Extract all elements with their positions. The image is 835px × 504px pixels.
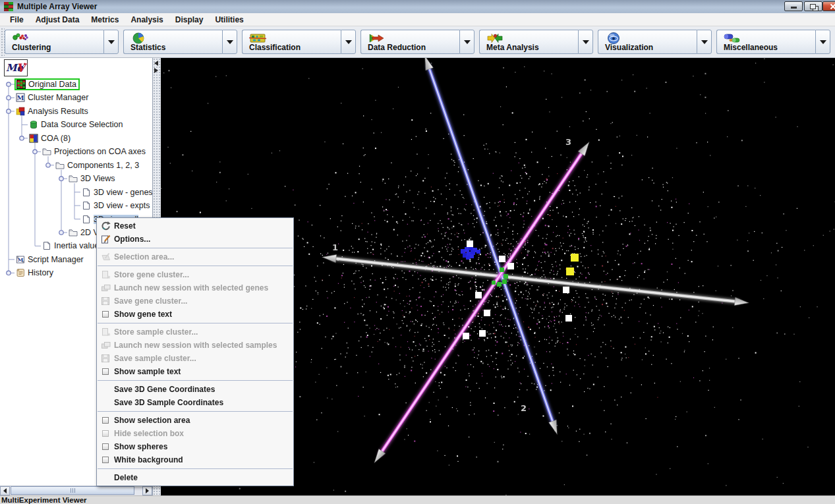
tree-expand-handle[interactable]: [7, 271, 11, 275]
menu-file[interactable]: File: [4, 14, 30, 26]
menu-item-save-sample-cluster: Save sample cluster...: [97, 352, 293, 365]
app-icon: [4, 2, 13, 11]
menu-display[interactable]: Display: [169, 14, 210, 26]
chevron-down-icon: [345, 40, 352, 44]
checkbox-icon[interactable]: [102, 417, 109, 424]
menu-item-show-selection-area[interactable]: Show selection area: [97, 414, 293, 427]
expand-right-icon[interactable]: [154, 68, 158, 73]
miscellaneous-button[interactable]: Miscellaneous: [716, 30, 815, 54]
tree-expand-handle[interactable]: [33, 150, 37, 154]
data-reduction-button[interactable]: Data Reduction: [360, 30, 459, 54]
tree-expand-handle[interactable]: [7, 96, 11, 99]
toolbar-group-classification: Classification: [242, 30, 356, 54]
tree-expand-handle[interactable]: [59, 231, 63, 235]
clustering-dropdown[interactable]: [103, 30, 119, 54]
tree-node-projections-on-coa-axes[interactable]: Projections on COA axes: [42, 145, 146, 158]
tree-node-3d-views[interactable]: 3D Views: [69, 172, 115, 185]
menu-item-save-3d-gene-coordinates[interactable]: Save 3D Gene Coordinates: [97, 383, 293, 396]
checkbox-icon[interactable]: [102, 368, 109, 375]
tree-node-cluster-manager[interactable]: MCluster Manager: [16, 91, 88, 104]
tree-node-coa-8[interactable]: COA (8): [29, 132, 71, 145]
clustering-button[interactable]: Clustering: [5, 30, 103, 54]
document-icon: [42, 241, 51, 250]
tree-node-history[interactable]: History: [16, 266, 53, 279]
menu-item-hide-selection-box: Hide selection box: [97, 427, 293, 440]
tree-node-analysis-results[interactable]: Analysis Results: [16, 105, 88, 118]
menubar: FileAdjust DataMetricsAnalysisDisplayUti…: [0, 13, 835, 26]
menu-checkbox-slot: [97, 368, 114, 375]
classification-button[interactable]: Classification: [242, 30, 341, 54]
menu-item-options[interactable]: Options...: [97, 233, 293, 246]
menu-item-label: Save gene cluster...: [114, 296, 187, 306]
document-icon: [82, 215, 91, 224]
tree-node-3d-view-genes[interactable]: 3D view - genes: [82, 186, 153, 199]
tree-node-components-1-2-3[interactable]: Components 1, 2, 3: [55, 159, 139, 172]
meta-analysis-button[interactable]: Meta Analysis: [479, 30, 578, 54]
statistics-dropdown[interactable]: [222, 30, 237, 54]
menu-adjust-data[interactable]: Adjust Data: [30, 14, 86, 26]
menu-item-launch-new-session-with-selected-genes: Launch new session with selected genes: [97, 281, 293, 294]
checkbox-icon[interactable]: [102, 311, 109, 318]
menu-item-label: Save 3D Sample Coordinates: [114, 398, 223, 407]
menu-separator: [98, 468, 293, 469]
menu-analysis[interactable]: Analysis: [125, 14, 169, 26]
menu-item-white-background[interactable]: White background: [97, 453, 293, 466]
tree-expand-handle[interactable]: [59, 177, 63, 181]
status-text: MultiExperiment Viewer: [1, 497, 87, 504]
titlebar: Multiple Array Viewer: [0, 0, 835, 14]
tree-node-3d-view-expts[interactable]: 3D view - expts: [82, 199, 150, 212]
heatmap-icon: [16, 80, 26, 89]
minimize-button[interactable]: [784, 1, 803, 11]
clustering-icon: [12, 32, 103, 43]
menu-separator: [98, 380, 293, 381]
tree-node-script-manager[interactable]: MScript Manager: [16, 253, 84, 266]
script-manager-icon: M: [16, 255, 25, 264]
classification-dropdown[interactable]: [341, 30, 356, 54]
tree-expand-handle[interactable]: [7, 82, 11, 86]
menu-item-save-gene-cluster: Save gene cluster...: [97, 294, 293, 308]
scrollbar-thumb[interactable]: [11, 486, 134, 495]
close-button[interactable]: [822, 1, 835, 11]
tree-expand-handle[interactable]: [7, 109, 11, 113]
scroll-right-button[interactable]: [142, 486, 152, 495]
menu-item-show-gene-text[interactable]: Show gene text: [97, 308, 293, 321]
scrollbar-track[interactable]: [10, 486, 142, 495]
visualization-icon: [605, 32, 697, 43]
classification-label: Classification: [249, 43, 341, 52]
menu-utilities[interactable]: Utilities: [209, 14, 249, 26]
tree-node-original-data[interactable]: Original Data: [16, 78, 80, 91]
menu-item-show-spheres[interactable]: Show spheres: [97, 440, 293, 453]
menu-separator: [98, 248, 293, 248]
menu-item-reset[interactable]: Reset: [97, 219, 293, 233]
tree-node-data-source-selection[interactable]: Data Source Selection: [29, 118, 123, 131]
collapse-left-icon[interactable]: [154, 61, 158, 66]
menu-item-label: Show spheres: [114, 442, 167, 451]
statistics-button[interactable]: Statistics: [123, 30, 222, 54]
menu-item-delete[interactable]: Delete: [97, 471, 293, 484]
menu-item-label: Selection area...: [114, 252, 174, 262]
menu-item-label: White background: [114, 455, 183, 464]
history-icon: [16, 268, 25, 277]
folder-icon: [42, 147, 51, 156]
mev-logo: MeV: [4, 59, 28, 79]
menu-metrics[interactable]: Metrics: [85, 14, 125, 26]
scroll-left-button[interactable]: [0, 486, 10, 495]
checkbox-icon[interactable]: [102, 457, 109, 463]
menu-item-save-3d-sample-coordinates[interactable]: Save 3D Sample Coordinates: [97, 396, 293, 409]
visualization-button[interactable]: Visualization: [598, 30, 697, 54]
menu-checkbox-slot: [97, 430, 114, 437]
miscellaneous-dropdown[interactable]: [815, 30, 830, 54]
visualization-dropdown[interactable]: [697, 30, 712, 54]
data-reduction-dropdown[interactable]: [459, 30, 475, 54]
svg-text:M: M: [18, 256, 24, 263]
menu-checkbox-slot: [97, 311, 114, 318]
tree-expand-handle[interactable]: [46, 163, 50, 167]
meta-analysis-dropdown[interactable]: [578, 30, 593, 54]
checkbox-icon[interactable]: [102, 443, 109, 450]
store-cluster-icon: [97, 269, 114, 280]
tree-node-inertia-values[interactable]: Inertia values: [42, 239, 103, 252]
restore-button[interactable]: [804, 1, 822, 11]
tree-expand-handle[interactable]: [20, 136, 24, 140]
tree-horizontal-scrollbar[interactable]: [0, 486, 152, 495]
menu-item-show-sample-text[interactable]: Show sample text: [97, 365, 293, 378]
